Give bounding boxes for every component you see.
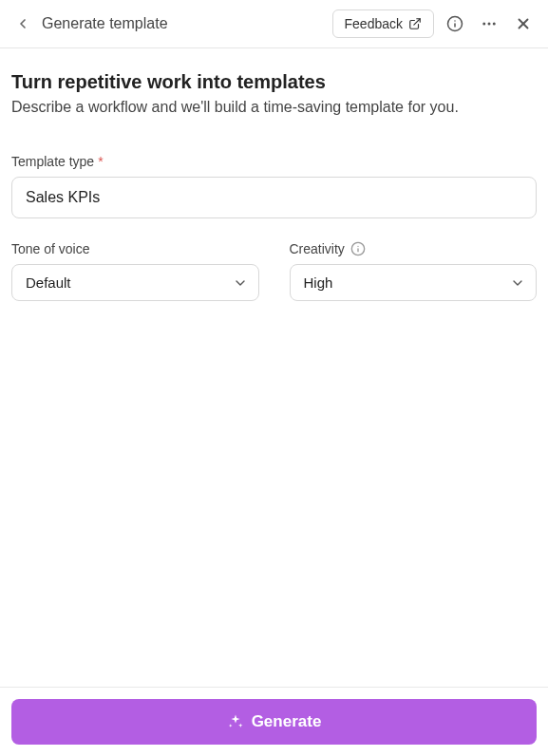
generate-button[interactable]: Generate xyxy=(11,699,537,745)
close-button[interactable] xyxy=(510,10,537,37)
generate-label: Generate xyxy=(252,712,322,731)
creativity-label: Creativity xyxy=(290,241,538,256)
template-type-label-text: Template type xyxy=(11,154,94,169)
creativity-field: Creativity High xyxy=(290,241,538,301)
tone-select[interactable]: Default xyxy=(11,264,259,301)
feedback-button[interactable]: Feedback xyxy=(332,9,434,38)
header-title: Generate template xyxy=(42,15,325,32)
svg-point-4 xyxy=(482,23,485,26)
template-type-input[interactable] xyxy=(11,177,537,218)
creativity-label-text: Creativity xyxy=(290,241,345,256)
header-bar: Generate template Feedback xyxy=(0,0,548,48)
more-button[interactable] xyxy=(476,10,502,37)
svg-point-6 xyxy=(493,23,496,26)
required-indicator: * xyxy=(98,154,103,169)
close-icon xyxy=(515,15,532,32)
tone-label: Tone of voice xyxy=(11,241,259,256)
template-type-label: Template type * xyxy=(11,154,537,169)
page-subheading: Describe a workflow and we'll build a ti… xyxy=(11,99,537,116)
footer-bar: Generate xyxy=(0,687,548,756)
chevron-left-icon xyxy=(15,16,30,31)
back-button[interactable] xyxy=(11,12,34,35)
main-content: Turn repetitive work into templates Desc… xyxy=(0,48,548,687)
info-icon xyxy=(446,15,463,32)
svg-point-5 xyxy=(488,23,491,26)
info-button[interactable] xyxy=(442,10,468,37)
tone-field: Tone of voice Default xyxy=(11,241,259,301)
creativity-info-icon[interactable] xyxy=(350,241,366,256)
page-heading: Turn repetitive work into templates xyxy=(11,71,537,93)
external-link-icon xyxy=(408,17,422,30)
svg-line-0 xyxy=(414,19,420,25)
sparkle-icon xyxy=(227,713,244,730)
more-horizontal-icon xyxy=(481,15,498,32)
feedback-label: Feedback xyxy=(345,16,403,31)
creativity-select[interactable]: High xyxy=(290,264,538,301)
template-type-field: Template type * xyxy=(11,154,537,218)
